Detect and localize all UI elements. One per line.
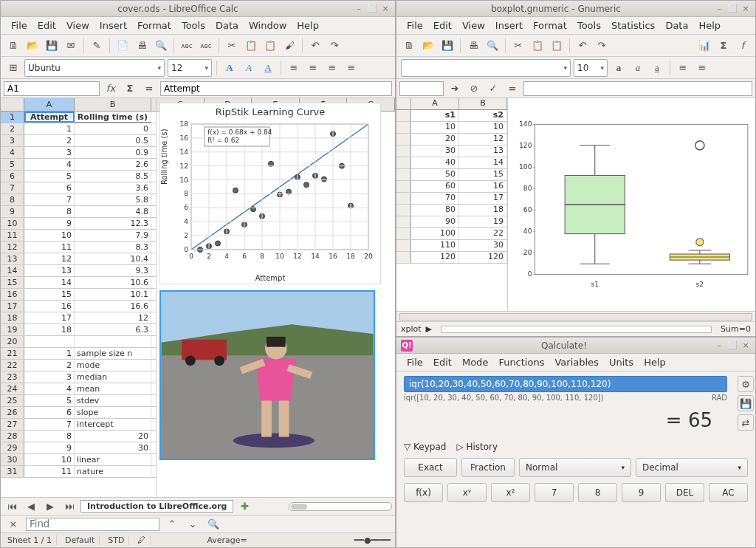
tab-last-icon[interactable]: ⏭ — [61, 499, 78, 515]
sheet-tab[interactable]: Introduction to LibreOffice.org — [80, 500, 233, 513]
menu-help[interactable]: Help — [639, 355, 670, 369]
cell[interactable]: 2.6 — [75, 159, 151, 170]
menu-edit[interactable]: Edit — [429, 355, 456, 369]
cell[interactable]: 3.6 — [75, 182, 151, 193]
cell[interactable]: 90 — [411, 216, 459, 227]
cell[interactable]: 16 — [24, 301, 75, 312]
row-header[interactable]: 12 — [1, 242, 24, 253]
cell[interactable]: 5 — [24, 171, 75, 182]
menu-format[interactable]: Format — [529, 18, 571, 32]
cell[interactable]: 13 — [24, 265, 75, 276]
decimal-button[interactable]: Decimal ▾ — [636, 458, 748, 477]
cancel-icon[interactable]: ⊘ — [466, 81, 482, 97]
exact-button[interactable]: Exact — [404, 458, 457, 477]
cell[interactable]: 2 — [24, 135, 75, 146]
cell[interactable] — [75, 336, 151, 347]
cell[interactable]: 8.5 — [75, 171, 151, 182]
cell[interactable]: 80 — [411, 205, 459, 216]
cell[interactable]: 120 — [459, 252, 507, 263]
menu-view[interactable]: View — [62, 18, 94, 32]
cell[interactable]: 1 — [24, 348, 75, 359]
menu-file[interactable]: File — [402, 355, 427, 369]
gnumeric-titlebar[interactable]: boxplot.gnumeric - Gnumeric – ⬜ × — [396, 1, 755, 17]
cell[interactable]: 10 — [24, 454, 75, 465]
row-header[interactable]: 6 — [1, 171, 24, 182]
cell[interactable]: 14 — [24, 277, 75, 288]
cell[interactable]: 110 — [411, 240, 459, 251]
cell[interactable]: 120 — [411, 252, 459, 263]
cell[interactable]: s1 — [411, 110, 459, 121]
cell[interactable]: 40 — [411, 157, 459, 168]
preview-icon[interactable]: 🔍 — [153, 38, 169, 54]
chart-icon[interactable]: 📊 — [696, 38, 712, 54]
close-icon[interactable]: × — [740, 340, 751, 351]
cell[interactable]: linear — [75, 454, 151, 465]
font-size-dropdown[interactable]: 12▾ — [168, 59, 212, 77]
maximize-icon[interactable]: ⬜ — [367, 4, 377, 14]
cell[interactable]: intercept — [75, 419, 151, 430]
underline-icon[interactable]: a — [649, 60, 665, 76]
menu-help[interactable]: Help — [292, 18, 323, 32]
menu-functions[interactable]: Functions — [494, 355, 549, 369]
cell[interactable]: nature — [75, 466, 151, 477]
close-icon[interactable]: × — [380, 4, 391, 14]
menu-edit[interactable]: Edit — [429, 18, 456, 32]
cell[interactable]: 15 — [459, 169, 507, 180]
key-7[interactable]: 7 — [535, 483, 574, 502]
cell[interactable]: 6 — [24, 407, 75, 418]
expression-input[interactable]: iqr(10,20,30,40,50,60,70,80,90,100,110,1… — [404, 376, 727, 392]
cell[interactable]: 10.1 — [75, 289, 151, 300]
cell[interactable]: s2 — [459, 110, 507, 121]
function-wizard-icon[interactable]: fx — [103, 81, 119, 97]
cell[interactable]: 10 — [411, 122, 459, 133]
formula-input[interactable] — [523, 81, 752, 96]
cell[interactable]: Rolling time (s) — [75, 112, 151, 123]
cell[interactable]: 6 — [24, 182, 75, 193]
status-average[interactable]: Average= — [207, 535, 247, 545]
font-name-dropdown[interactable]: Ubuntu▾ — [24, 59, 165, 77]
add-sheet-icon[interactable]: ✚ — [236, 499, 252, 515]
key-del[interactable]: DEL — [665, 483, 704, 502]
cell[interactable]: 2 — [24, 360, 75, 371]
status-insert-mode[interactable]: STD — [106, 535, 129, 545]
key-8[interactable]: 8 — [578, 483, 617, 502]
data-grid[interactable]: A B 1 Attempt Rolling time (s)2 1 03 2 0… — [1, 98, 156, 497]
sum-icon[interactable]: Σ — [122, 81, 138, 97]
status-signature-icon[interactable]: 🖊 — [135, 535, 151, 545]
qalculate-titlebar[interactable]: Q! Qalculate! – ⬜ × — [396, 338, 755, 354]
col-header-B[interactable]: B — [459, 98, 507, 109]
keypad-toggle[interactable]: ▽ Keypad — [404, 442, 446, 452]
cell[interactable]: 16.6 — [75, 301, 151, 312]
row-header[interactable]: 24 — [1, 383, 24, 394]
row-header[interactable]: 23 — [1, 371, 24, 383]
menu-insert[interactable]: Insert — [95, 18, 131, 32]
menu-statistics[interactable]: Statistics — [607, 18, 659, 32]
calc-titlebar[interactable]: cover.ods - LibreOffice Calc – ⬜ × — [1, 1, 395, 17]
cell[interactable]: 30 — [411, 145, 459, 157]
menu-file[interactable]: File — [402, 18, 427, 32]
row-header[interactable]: 5 — [1, 159, 24, 170]
cell[interactable]: mean — [75, 383, 151, 394]
edit-doc-icon[interactable]: ✎ — [89, 38, 105, 54]
goto-icon[interactable]: ➜ — [447, 81, 463, 97]
function-icon[interactable]: = — [141, 81, 157, 97]
cell[interactable]: 12 — [24, 253, 75, 264]
cell[interactable]: 9.3 — [75, 265, 151, 276]
cell[interactable]: 13 — [459, 145, 507, 157]
align-center-icon[interactable]: ≡ — [694, 60, 710, 76]
new-icon[interactable]: 🗎 — [401, 38, 417, 54]
row-header[interactable]: 3 — [1, 135, 24, 146]
fraction-button[interactable]: Fraction — [461, 458, 515, 477]
cell[interactable]: slope — [75, 407, 151, 418]
cell[interactable]: 5.8 — [75, 194, 151, 205]
cell[interactable]: 10 — [459, 122, 507, 133]
cell[interactable]: 10.6 — [75, 277, 151, 288]
convert-icon[interactable]: ⇄ — [738, 414, 754, 431]
print-icon[interactable]: 🖶 — [465, 38, 481, 54]
cell[interactable]: 7 — [24, 194, 75, 205]
cell[interactable]: 12.3 — [75, 218, 151, 229]
cell[interactable]: 4 — [24, 383, 75, 394]
col-header-A[interactable]: A — [24, 98, 75, 111]
row-header[interactable]: 16 — [1, 289, 24, 300]
tab-scroll[interactable] — [441, 326, 712, 333]
